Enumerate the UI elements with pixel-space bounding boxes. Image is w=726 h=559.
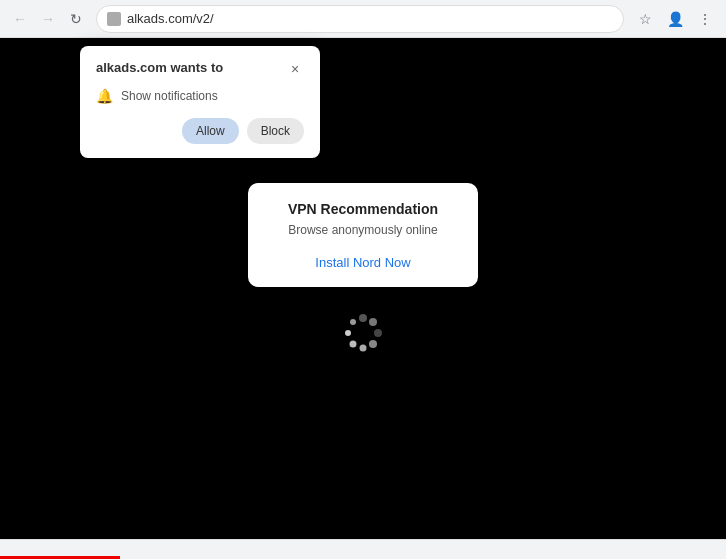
- profile-button[interactable]: 👤: [662, 6, 688, 32]
- menu-button[interactable]: ⋮: [692, 6, 718, 32]
- back-button[interactable]: ←: [8, 7, 32, 31]
- svg-point-0: [359, 314, 367, 322]
- vpn-install-link[interactable]: Install Nord Now: [315, 255, 410, 270]
- popup-title: alkads.com wants to: [96, 60, 223, 75]
- popup-header: alkads.com wants to ×: [96, 60, 304, 78]
- block-button[interactable]: Block: [247, 118, 304, 144]
- loading-spinner: [343, 313, 383, 353]
- svg-point-4: [360, 345, 367, 352]
- site-favicon: [107, 12, 121, 26]
- nav-buttons: ← → ↻: [8, 7, 88, 31]
- toolbar-right: ☆ 👤 ⋮: [632, 6, 718, 32]
- svg-point-2: [374, 329, 382, 337]
- svg-point-6: [345, 330, 351, 336]
- vpn-card-title: VPN Recommendation: [268, 201, 458, 217]
- svg-point-7: [350, 319, 356, 325]
- svg-point-1: [369, 318, 377, 326]
- notification-row: 🔔 Show notifications: [96, 88, 304, 104]
- address-bar[interactable]: alkads.com/v2/: [96, 5, 624, 33]
- forward-button[interactable]: →: [36, 7, 60, 31]
- permission-label: Show notifications: [121, 89, 218, 103]
- vpn-card: VPN Recommendation Browse anonymously on…: [248, 183, 478, 287]
- reload-button[interactable]: ↻: [64, 7, 88, 31]
- popup-actions: Allow Block: [96, 118, 304, 144]
- popup-close-button[interactable]: ×: [286, 60, 304, 78]
- bottom-bar: [0, 539, 726, 559]
- url-text: alkads.com/v2/: [127, 11, 214, 26]
- bookmark-button[interactable]: ☆: [632, 6, 658, 32]
- notification-popup: alkads.com wants to × 🔔 Show notificatio…: [80, 46, 320, 158]
- main-content: alkads.com wants to × 🔔 Show notificatio…: [0, 38, 726, 539]
- svg-point-5: [350, 341, 357, 348]
- svg-point-3: [369, 340, 377, 348]
- vpn-card-subtitle: Browse anonymously online: [268, 223, 458, 237]
- allow-button[interactable]: Allow: [182, 118, 239, 144]
- bell-icon: 🔔: [96, 88, 113, 104]
- browser-chrome: ← → ↻ alkads.com/v2/ ☆ 👤 ⋮: [0, 0, 726, 38]
